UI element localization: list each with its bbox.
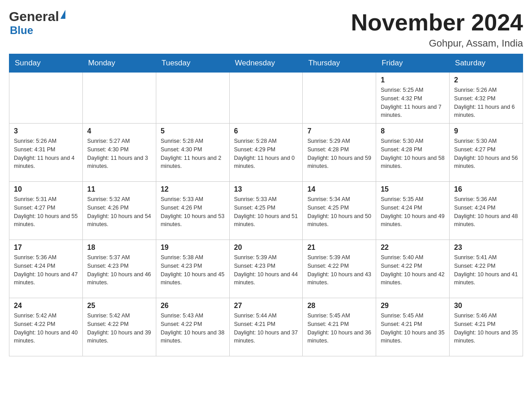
calendar-cell: 8Sunrise: 5:30 AM Sunset: 4:28 PM Daylig… [376, 124, 450, 182]
title-block: November 2024 Gohpur, Assam, India [351, 9, 523, 49]
calendar-cell: 5Sunrise: 5:28 AM Sunset: 4:30 PM Daylig… [156, 124, 229, 182]
day-sun-info: Sunrise: 5:31 AM Sunset: 4:27 PM Dayligh… [14, 195, 78, 229]
calendar-cell: 3Sunrise: 5:26 AM Sunset: 4:31 PM Daylig… [9, 124, 83, 182]
day-sun-info: Sunrise: 5:26 AM Sunset: 4:32 PM Dayligh… [454, 86, 518, 120]
day-sun-info: Sunrise: 5:36 AM Sunset: 4:24 PM Dayligh… [454, 195, 518, 229]
day-number: 4 [87, 127, 151, 135]
day-sun-info: Sunrise: 5:42 AM Sunset: 4:22 PM Dayligh… [87, 312, 151, 345]
logo-general: General [9, 9, 59, 24]
calendar-cell [82, 73, 156, 124]
day-number: 20 [234, 244, 298, 252]
calendar-cell: 21Sunrise: 5:39 AM Sunset: 4:22 PM Dayli… [303, 240, 376, 298]
day-header-row: SundayMondayTuesdayWednesdayThursdayFrid… [9, 54, 523, 73]
day-number: 14 [307, 185, 371, 193]
day-number: 8 [381, 127, 445, 135]
calendar-cell: 19Sunrise: 5:38 AM Sunset: 4:23 PM Dayli… [156, 240, 229, 298]
day-header-sunday: Sunday [9, 54, 83, 73]
day-header-thursday: Thursday [303, 54, 376, 73]
day-header-saturday: Saturday [450, 54, 523, 73]
calendar-table: SundayMondayTuesdayWednesdayThursdayFrid… [9, 54, 523, 356]
day-sun-info: Sunrise: 5:33 AM Sunset: 4:26 PM Dayligh… [161, 195, 225, 229]
day-number: 13 [234, 185, 298, 193]
calendar-cell: 27Sunrise: 5:44 AM Sunset: 4:21 PM Dayli… [229, 298, 303, 356]
day-number: 22 [381, 244, 445, 252]
calendar-cell: 2Sunrise: 5:26 AM Sunset: 4:32 PM Daylig… [450, 73, 523, 124]
day-number: 5 [161, 127, 225, 135]
day-number: 7 [307, 127, 371, 135]
calendar-cell: 28Sunrise: 5:45 AM Sunset: 4:21 PM Dayli… [303, 298, 376, 356]
calendar-cell: 6Sunrise: 5:28 AM Sunset: 4:29 PM Daylig… [229, 124, 303, 182]
day-header-monday: Monday [82, 54, 156, 73]
logo: General Blue [9, 9, 65, 37]
day-sun-info: Sunrise: 5:33 AM Sunset: 4:25 PM Dayligh… [234, 195, 298, 229]
calendar-cell: 24Sunrise: 5:42 AM Sunset: 4:22 PM Dayli… [9, 298, 83, 356]
calendar-cell: 22Sunrise: 5:40 AM Sunset: 4:22 PM Dayli… [376, 240, 450, 298]
day-sun-info: Sunrise: 5:42 AM Sunset: 4:22 PM Dayligh… [14, 312, 78, 345]
calendar-cell: 26Sunrise: 5:43 AM Sunset: 4:22 PM Dayli… [156, 298, 229, 356]
day-sun-info: Sunrise: 5:45 AM Sunset: 4:21 PM Dayligh… [307, 312, 371, 345]
day-sun-info: Sunrise: 5:28 AM Sunset: 4:30 PM Dayligh… [161, 137, 225, 171]
day-sun-info: Sunrise: 5:27 AM Sunset: 4:30 PM Dayligh… [87, 137, 151, 171]
day-number: 9 [454, 127, 518, 135]
location-title: Gohpur, Assam, India [351, 38, 523, 49]
day-sun-info: Sunrise: 5:45 AM Sunset: 4:21 PM Dayligh… [381, 312, 445, 345]
calendar-cell: 10Sunrise: 5:31 AM Sunset: 4:27 PM Dayli… [9, 182, 83, 240]
day-number: 12 [161, 185, 225, 193]
day-sun-info: Sunrise: 5:28 AM Sunset: 4:29 PM Dayligh… [234, 137, 298, 171]
logo-triangle-icon [60, 10, 65, 19]
day-sun-info: Sunrise: 5:30 AM Sunset: 4:28 PM Dayligh… [381, 137, 445, 171]
day-number: 21 [307, 244, 371, 252]
day-header-tuesday: Tuesday [156, 54, 229, 73]
day-number: 3 [14, 127, 78, 135]
calendar-cell: 30Sunrise: 5:46 AM Sunset: 4:21 PM Dayli… [450, 298, 523, 356]
day-number: 18 [87, 244, 151, 252]
calendar-cell: 12Sunrise: 5:33 AM Sunset: 4:26 PM Dayli… [156, 182, 229, 240]
calendar-cell: 15Sunrise: 5:35 AM Sunset: 4:24 PM Dayli… [376, 182, 450, 240]
day-number: 11 [87, 185, 151, 193]
calendar-cell [156, 73, 229, 124]
day-number: 25 [87, 302, 151, 310]
day-number: 26 [161, 302, 225, 310]
day-number: 27 [234, 302, 298, 310]
day-number: 6 [234, 127, 298, 135]
calendar-cell [229, 73, 303, 124]
day-sun-info: Sunrise: 5:34 AM Sunset: 4:25 PM Dayligh… [307, 195, 371, 229]
calendar-cell: 18Sunrise: 5:37 AM Sunset: 4:23 PM Dayli… [82, 240, 156, 298]
week-row-4: 17Sunrise: 5:36 AM Sunset: 4:24 PM Dayli… [9, 240, 523, 298]
calendar-cell: 9Sunrise: 5:30 AM Sunset: 4:27 PM Daylig… [450, 124, 523, 182]
calendar-cell: 7Sunrise: 5:29 AM Sunset: 4:28 PM Daylig… [303, 124, 376, 182]
day-number: 24 [14, 302, 78, 310]
week-row-3: 10Sunrise: 5:31 AM Sunset: 4:27 PM Dayli… [9, 182, 523, 240]
day-sun-info: Sunrise: 5:41 AM Sunset: 4:22 PM Dayligh… [454, 253, 518, 287]
day-number: 1 [381, 76, 445, 84]
calendar-cell: 14Sunrise: 5:34 AM Sunset: 4:25 PM Dayli… [303, 182, 376, 240]
day-sun-info: Sunrise: 5:29 AM Sunset: 4:28 PM Dayligh… [307, 137, 371, 171]
day-sun-info: Sunrise: 5:39 AM Sunset: 4:23 PM Dayligh… [234, 253, 298, 287]
day-sun-info: Sunrise: 5:37 AM Sunset: 4:23 PM Dayligh… [87, 253, 151, 287]
day-number: 16 [454, 185, 518, 193]
week-row-1: 1Sunrise: 5:25 AM Sunset: 4:32 PM Daylig… [9, 73, 523, 124]
week-row-5: 24Sunrise: 5:42 AM Sunset: 4:22 PM Dayli… [9, 298, 523, 356]
page-header: General Blue November 2024 Gohpur, Assam… [9, 9, 523, 49]
day-number: 10 [14, 185, 78, 193]
day-sun-info: Sunrise: 5:38 AM Sunset: 4:23 PM Dayligh… [161, 253, 225, 287]
day-sun-info: Sunrise: 5:36 AM Sunset: 4:24 PM Dayligh… [14, 253, 78, 287]
day-header-wednesday: Wednesday [229, 54, 303, 73]
month-title: November 2024 [351, 9, 523, 36]
calendar-cell: 11Sunrise: 5:32 AM Sunset: 4:26 PM Dayli… [82, 182, 156, 240]
calendar-cell: 13Sunrise: 5:33 AM Sunset: 4:25 PM Dayli… [229, 182, 303, 240]
day-sun-info: Sunrise: 5:26 AM Sunset: 4:31 PM Dayligh… [14, 137, 78, 171]
calendar-cell: 17Sunrise: 5:36 AM Sunset: 4:24 PM Dayli… [9, 240, 83, 298]
calendar-cell [303, 73, 376, 124]
day-sun-info: Sunrise: 5:44 AM Sunset: 4:21 PM Dayligh… [234, 312, 298, 345]
calendar-cell: 23Sunrise: 5:41 AM Sunset: 4:22 PM Dayli… [450, 240, 523, 298]
calendar-cell: 4Sunrise: 5:27 AM Sunset: 4:30 PM Daylig… [82, 124, 156, 182]
day-number: 23 [454, 244, 518, 252]
day-sun-info: Sunrise: 5:39 AM Sunset: 4:22 PM Dayligh… [307, 253, 371, 287]
day-sun-info: Sunrise: 5:43 AM Sunset: 4:22 PM Dayligh… [161, 312, 225, 345]
day-sun-info: Sunrise: 5:32 AM Sunset: 4:26 PM Dayligh… [87, 195, 151, 229]
day-header-friday: Friday [376, 54, 450, 73]
calendar-cell: 1Sunrise: 5:25 AM Sunset: 4:32 PM Daylig… [376, 73, 450, 124]
day-number: 2 [454, 76, 518, 84]
day-number: 19 [161, 244, 225, 252]
